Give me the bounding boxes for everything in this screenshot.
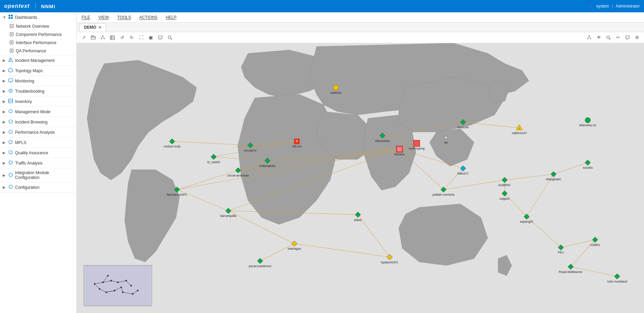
node-label-pscarAutodromo: pscarAutodromo [249,264,271,268]
svg-rect-109 [413,140,420,146]
product-name: NNMi [41,3,55,9]
svg-point-44 [104,38,105,39]
section-icon-management-mode [8,109,13,115]
sidebar-section-inventory: ▶Inventory [0,96,76,107]
chevron-icon-integration-module: ▶ [3,173,6,177]
main-map-area[interactable]: catesxi1molson-indycircuitGVDB-vml2_swit… [77,43,644,313]
toolbar-btn-overview[interactable]: ▣ [147,34,155,42]
sidebar-section-header-dashboards[interactable]: ▼Dashboards [0,12,76,22]
sidebar-section-integration-module: ▶Integration Module Configuration [0,168,76,182]
toolbar-btn-zoom[interactable] [604,34,612,42]
node-label-bakuCC: bakuCC [458,172,469,175]
toolbar-btn-chat[interactable] [623,34,632,42]
svg-point-58 [607,36,609,39]
sidebar-item-network-overview[interactable]: Network Overview [0,22,76,30]
chevron-icon-mpls: ▶ [3,141,6,144]
toolbar-btn-cut[interactable]: ✂ [614,34,622,42]
sidebar-section-header-mpls[interactable]: ▶MPLS [0,138,76,147]
toolbar-btn-hierarchy-right[interactable] [585,34,593,42]
tab-close-button[interactable]: ✕ [98,25,101,30]
node-label-Univ-Auckland: Univ-Auckland [607,280,627,283]
sidebar-section-label-management-mode: Management Mode [15,109,50,114]
sidebar-section-label-performance-analysis: Performance Analysis [15,130,55,135]
svg-point-35 [9,130,12,133]
svg-point-43 [101,38,102,39]
header: opentext NNMi 👤 system | Administrator [0,0,644,12]
section-icon-configuration [8,184,13,190]
toolbar-btn-refresh[interactable]: ↺ [118,34,126,42]
sidebar-section-header-troubleshooting[interactable]: ▶Troubleshooting [0,86,76,96]
toolbar-right: 👁 ✂ ⚙ [585,34,641,42]
section-icon-mpls [8,140,13,145]
sidebar-section-label-incident-browsing: Incident Browsing [15,120,48,125]
svg-rect-47 [110,36,114,40]
svg-point-54 [587,38,589,39]
menu-item-help[interactable]: HELP [165,14,177,21]
toolbar-btn-search[interactable] [166,34,174,42]
menu-item-file[interactable]: FILE [81,14,91,21]
menu-item-tools[interactable]: TOOLS [116,14,132,21]
sidebar-section-header-incident-management[interactable]: ▶Incident Management [0,55,76,65]
sidebar-item-interface-performance[interactable]: Interface Performance [0,39,76,47]
node-label-kyalamiGPC: kyalamiGPC [381,261,399,264]
svg-line-56 [588,36,589,38]
sidebar-section-performance-analysis: ▶Performance Analysis [0,127,76,138]
sidebar-section-header-performance-analysis[interactable]: ▶Performance Analysis [0,127,76,137]
toolbar-btn-new-window[interactable]: ↗ [79,34,88,42]
svg-text:!: ! [519,127,520,130]
node-label-IM: IM [444,141,448,144]
minimap-svg [84,266,151,305]
section-icon-quality-assurance [8,150,13,156]
sidebar-section-header-topology-maps[interactable]: ▶Topology Maps [0,66,76,76]
toolbar-btn-fit[interactable]: ⛶ [137,34,145,42]
menu-item-actions[interactable]: ACTIONS [138,14,158,21]
section-icon-incident-management [8,57,13,63]
sidebar-section-incident-browsing: ▶Incident Browsing [0,117,76,127]
sidebar-section-header-inventory[interactable]: ▶Inventory [0,96,76,106]
node-label-barranquilla: barranquilla [220,214,236,218]
minimap[interactable] [84,265,152,306]
svg-point-33 [9,109,12,113]
chevron-icon-incident-browsing: ▶ [3,120,6,124]
toolbar-btn-eye[interactable]: 👁 [595,34,603,42]
sidebar-section-header-configuration[interactable]: ▶Configuration [0,182,76,192]
svg-rect-30 [9,99,13,103]
section-icon-inventory [8,99,13,104]
svg-rect-4 [10,24,13,28]
svg-rect-0 [9,15,10,16]
sidebar-section-label-inventory: Inventory [15,99,32,104]
toolbar-btn-comment[interactable] [156,34,164,42]
menu-item-view[interactable]: VIEW [98,14,110,21]
toolbar-btn-open[interactable] [89,34,97,42]
node-label-circuitGV: circuitGV [244,149,257,152]
user-sep: | [612,4,613,9]
section-icon-integration-module [8,172,13,178]
sidebar-section-header-traffic-analysis[interactable]: ▶Traffic Analysis [0,158,76,168]
sidebar-section-header-integration-module[interactable]: ▶Integration Module Configuration [0,168,76,182]
sidebar-section-header-management-mode[interactable]: ▶Management Mode [0,107,76,117]
toolbar-btn-settings[interactable]: ⚙ [633,34,641,42]
node-label-nurburgring: nurburgring [409,147,424,150]
toolbar-btn-table[interactable] [108,34,116,42]
username[interactable]: system [596,4,609,9]
sidebar-section-header-quality-assurance[interactable]: ▶Quality Assurance [0,148,76,158]
node-label-interlagos: interlagos [288,247,301,250]
sidebar-item-component-performance[interactable]: Component Performance [0,30,76,39]
svg-point-53 [589,35,590,36]
sidebar-section-header-incident-browsing[interactable]: ▶Incident Browsing [0,117,76,127]
svg-line-57 [589,36,591,38]
node-label-silverstone: silverstone [375,139,390,143]
toolbar-btn-hierarchy[interactable] [99,34,107,42]
sidebar-section-dashboards: ▼DashboardsNetwork OverviewComponent Per… [0,12,76,55]
sidebar: ▼DashboardsNetwork OverviewComponent Per… [0,12,77,313]
svg-line-45 [101,36,103,38]
sidebar-item-label-component-performance: Component Performance [16,32,62,37]
svg-line-46 [103,36,104,38]
chevron-icon-performance-analysis: ▶ [3,130,6,134]
demo-tab[interactable]: DEMO ✕ [79,23,106,31]
sidebar-section-header-monitoring[interactable]: ▶Monitoring [0,76,76,86]
sidebar-item-qa-performance[interactable]: QA Performance [0,47,76,55]
chevron-icon-management-mode: ▶ [3,110,6,114]
svg-line-52 [171,38,172,40]
toolbar-btn-stop[interactable]: ↻ [127,34,136,42]
